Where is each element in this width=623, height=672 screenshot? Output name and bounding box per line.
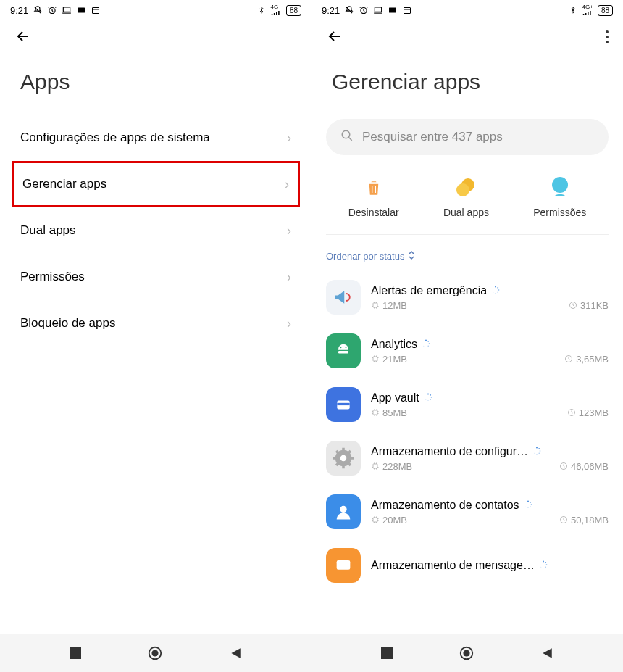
svg-rect-4: [70, 647, 81, 659]
app-storage: 85MB: [371, 407, 407, 418]
nav-home-button[interactable]: [459, 645, 474, 661]
svg-point-62: [527, 507, 528, 507]
signal-label: 4G+: [582, 4, 593, 16]
svg-rect-38: [337, 403, 349, 405]
action-label: Desinstalar: [348, 207, 399, 218]
svg-point-23: [493, 291, 493, 292]
status-time: 9:21: [322, 5, 340, 16]
svg-point-40: [430, 394, 431, 395]
loading-spinner-icon: [539, 559, 548, 572]
svg-rect-10: [404, 8, 411, 14]
action-permissions[interactable]: Permissões: [533, 175, 586, 218]
loading-spinner-icon: [424, 391, 432, 405]
svg-rect-64: [373, 518, 377, 522]
page-title: Gerenciar apps: [326, 57, 609, 115]
svg-rect-24: [373, 303, 377, 307]
app-row[interactable]: Alertas de emergência 12MB 311KB: [326, 270, 609, 324]
app-row[interactable]: Analytics 21MB 3,65MB: [326, 324, 609, 378]
back-button[interactable]: [326, 28, 343, 49]
list-item-label: Bloqueio de apps: [20, 316, 115, 331]
trash-icon: [361, 175, 386, 200]
app-storage: 12MB: [371, 300, 407, 311]
loading-spinner-icon: [491, 284, 500, 297]
bluetooth-icon: [568, 5, 578, 15]
app-row[interactable]: App vault 85MB 123MB: [326, 378, 609, 431]
battery-icon: 88: [598, 5, 613, 16]
svg-point-21: [498, 291, 498, 292]
page-title: Apps: [14, 57, 297, 115]
svg-point-60: [530, 504, 532, 505]
svg-rect-9: [389, 8, 396, 13]
svg-point-43: [427, 399, 428, 400]
list-item-label: Permissões: [20, 270, 85, 284]
svg-point-59: [530, 501, 531, 502]
svg-point-68: [545, 562, 546, 563]
app-icon: [326, 333, 361, 368]
sort-button[interactable]: Ordenar por status: [326, 235, 609, 270]
svg-rect-73: [381, 647, 393, 659]
svg-point-6: [151, 650, 158, 656]
nav-recents-button[interactable]: [70, 647, 81, 659]
svg-point-41: [430, 397, 432, 398]
nav-back-button[interactable]: [540, 647, 553, 660]
signal-label: 4G+: [271, 4, 282, 16]
svg-point-71: [543, 568, 543, 568]
svg-point-29: [425, 339, 427, 341]
app-row[interactable]: Armazenamento de mensage…: [326, 539, 609, 592]
svg-point-30: [427, 340, 429, 341]
status-bar: 9:21 4G+ 88: [312, 0, 623, 20]
nav-bar: [312, 634, 623, 672]
app-name: Armazenamento de contatos: [371, 499, 519, 512]
svg-point-61: [530, 506, 530, 507]
bluetooth-icon: [256, 5, 267, 15]
svg-rect-8: [375, 7, 382, 12]
app-icon: [326, 387, 361, 422]
action-uninstall[interactable]: Desinstalar: [348, 175, 399, 218]
back-button[interactable]: [14, 28, 32, 49]
settings-item-manage-apps[interactable]: Gerenciar apps ›: [12, 161, 300, 207]
search-input[interactable]: Pesquisar entre 437 apps: [326, 119, 609, 155]
settings-item-dual-apps[interactable]: Dual apps ›: [14, 207, 297, 254]
svg-point-13: [606, 41, 609, 43]
svg-point-39: [427, 393, 429, 394]
chevron-right-icon: ›: [287, 316, 291, 331]
svg-point-17: [552, 177, 568, 193]
chevron-right-icon: ›: [287, 223, 291, 238]
app-name: Alertas de emergência: [371, 284, 487, 297]
svg-point-12: [606, 36, 609, 38]
battery-icon: 88: [286, 5, 301, 16]
settings-item-system-apps[interactable]: Configurações de apps de sistema ›: [14, 115, 297, 161]
app-icon: [326, 280, 361, 315]
svg-point-31: [429, 343, 430, 344]
alarm-icon: [359, 5, 369, 15]
action-label: Dual apps: [443, 207, 489, 218]
app-name: App vault: [371, 391, 419, 405]
svg-point-42: [430, 399, 430, 399]
app-row[interactable]: Armazenamento de configur… 228MB 46,06MB: [326, 431, 609, 485]
svg-point-50: [538, 447, 540, 449]
chevron-right-icon: ›: [287, 270, 291, 285]
svg-point-69: [546, 564, 548, 565]
nav-recents-button[interactable]: [381, 647, 393, 659]
overflow-menu-button[interactable]: [606, 30, 609, 47]
app-data: 123MB: [567, 407, 609, 418]
mail-icon: [388, 5, 398, 15]
nav-home-button[interactable]: [147, 645, 163, 661]
settings-item-permissions[interactable]: Permissões ›: [14, 254, 297, 300]
action-dual-apps[interactable]: Dual apps: [443, 175, 489, 218]
svg-point-75: [463, 650, 469, 656]
svg-point-11: [606, 30, 609, 33]
settings-item-app-lock[interactable]: Bloqueio de apps ›: [14, 300, 297, 347]
app-row[interactable]: Armazenamento de contatos 20MB 50,18MB: [326, 485, 609, 539]
svg-point-34: [423, 345, 424, 346]
app-icon: [326, 441, 361, 476]
nav-back-button[interactable]: [229, 647, 242, 660]
alarm-icon: [47, 5, 57, 15]
status-time: 9:21: [10, 5, 28, 16]
svg-point-57: [340, 506, 346, 513]
svg-point-67: [543, 561, 544, 563]
app-storage: 228MB: [371, 461, 412, 472]
search-placeholder: Pesquisar entre 437 apps: [362, 130, 503, 144]
app-icon: [326, 494, 361, 529]
chevron-right-icon: ›: [285, 177, 289, 192]
